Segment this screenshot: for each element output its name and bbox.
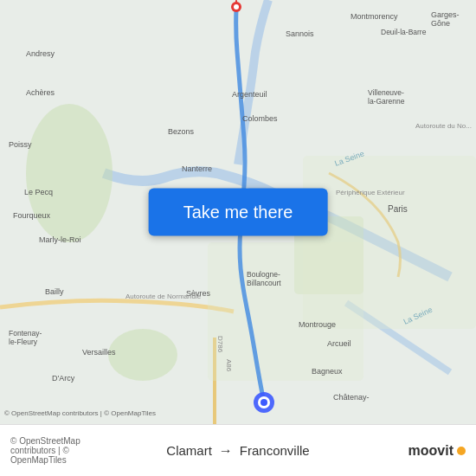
- bottom-bar: © OpenStreetMap contributors | © OpenMap…: [0, 424, 476, 476]
- svg-text:Périphérique Extérieur: Périphérique Extérieur: [336, 189, 405, 196]
- moovit-dot-icon: [457, 447, 466, 455]
- destination-label: Franconville: [240, 443, 310, 458]
- svg-text:Le Pecq: Le Pecq: [24, 188, 53, 196]
- svg-text:Bagneux: Bagneux: [312, 367, 343, 376]
- svg-text:Garges-: Garges-: [431, 10, 460, 19]
- svg-text:Versailles: Versailles: [82, 348, 116, 357]
- svg-text:Sannois: Sannois: [286, 29, 314, 38]
- map-container: Andresy Achères Poissy Le Pecq Fourqueux…: [0, 0, 476, 424]
- route-arrow: →: [219, 443, 233, 459]
- svg-point-1: [26, 104, 113, 242]
- svg-text:Bezons: Bezons: [168, 127, 195, 136]
- svg-text:Nanterre: Nanterre: [182, 164, 212, 173]
- svg-text:Boulogne-: Boulogne-: [247, 270, 280, 279]
- svg-text:Colombes: Colombes: [242, 114, 278, 123]
- svg-text:Achères: Achères: [26, 88, 55, 97]
- svg-text:Montmorency: Montmorency: [351, 12, 398, 21]
- svg-text:D786: D786: [216, 336, 224, 353]
- svg-text:Andresy: Andresy: [26, 49, 55, 58]
- take-me-there-button[interactable]: Take me there: [149, 189, 328, 236]
- svg-text:Fourqueux: Fourqueux: [13, 211, 51, 220]
- svg-text:la-Garenne: la-Garenne: [368, 97, 405, 106]
- svg-text:Poissy: Poissy: [9, 140, 32, 149]
- svg-text:Marly-le-Roi: Marly-le-Roi: [39, 235, 81, 244]
- svg-text:Arcueil: Arcueil: [327, 339, 351, 348]
- svg-text:Autoroute de Normandie: Autoroute de Normandie: [125, 293, 202, 300]
- svg-point-47: [234, 4, 239, 10]
- moovit-logo: moovit: [352, 443, 466, 459]
- moovit-brand-text: moovit: [408, 443, 453, 459]
- svg-text:Autoroute du No...: Autoroute du No...: [415, 122, 472, 130]
- svg-text:Gône: Gône: [431, 19, 450, 28]
- origin-label: Clamart: [166, 443, 212, 458]
- svg-text:le-Fleury: le-Fleury: [9, 338, 38, 346]
- svg-point-45: [261, 399, 267, 406]
- svg-text:Fontenay-: Fontenay-: [9, 329, 42, 338]
- svg-text:Argenteuil: Argenteuil: [232, 90, 267, 99]
- svg-text:Deuil-la-Barre: Deuil-la-Barre: [381, 28, 427, 36]
- map-attribution: © OpenStreetMap contributors | © OpenMap…: [10, 436, 125, 465]
- svg-text:Billancourt: Billancourt: [247, 279, 281, 287]
- take-me-there-overlay: Take me there: [149, 189, 328, 236]
- svg-text:A86: A86: [225, 359, 233, 372]
- svg-text:Paris: Paris: [388, 204, 408, 214]
- route-info: Clamart → Franconville: [125, 443, 352, 459]
- svg-text:Châtenay-: Châtenay-: [333, 393, 370, 402]
- svg-text:Montrouge: Montrouge: [299, 320, 336, 329]
- svg-text:Bailly: Bailly: [45, 287, 64, 296]
- svg-text:D'Arcy: D'Arcy: [52, 374, 75, 383]
- svg-text:© OpenStreetMap contributors |: © OpenStreetMap contributors | © OpenMap…: [4, 409, 156, 417]
- svg-text:Villeneuve-: Villeneuve-: [368, 88, 404, 97]
- svg-point-3: [108, 329, 177, 381]
